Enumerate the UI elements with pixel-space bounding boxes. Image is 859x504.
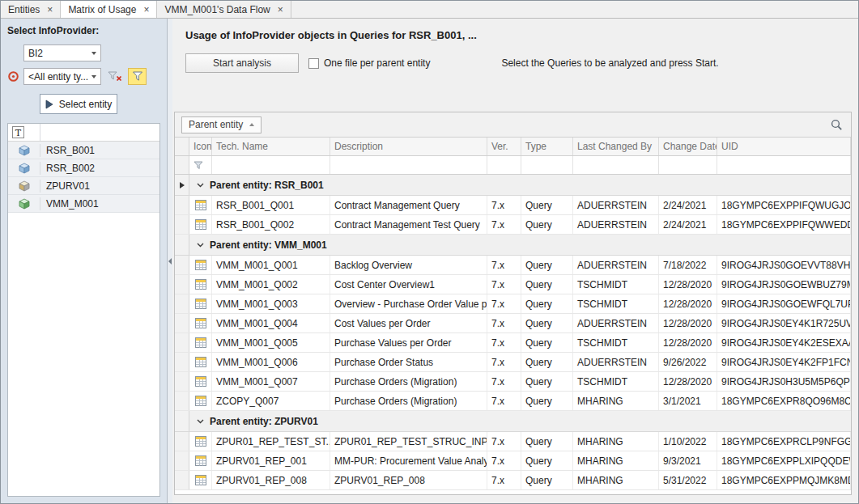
column-header-row: IconTech. NameDescriptionVer.TypeLast Ch… [175, 138, 851, 156]
select-entity-button[interactable]: Select entity [40, 94, 117, 114]
query-icon [195, 219, 206, 230]
cell-uid: 9IROG4JRJS0EY4K2FP1FCN94C [717, 353, 851, 371]
sort-ascending-icon [249, 123, 254, 126]
entity-row-rsr-b002[interactable]: RSR_B002 [8, 159, 159, 177]
tab-matrix-of-usage[interactable]: Matrix of Usage× [61, 1, 157, 18]
filter-indicator-cell [175, 156, 189, 174]
row-indicator-cell [175, 353, 189, 371]
cell-type: Query [521, 275, 573, 294]
tab-close-icon[interactable]: × [143, 5, 149, 15]
filter-cell-tech-name[interactable] [212, 156, 330, 174]
filter-cell-ver[interactable] [487, 156, 521, 174]
cell-ver: 7.x [487, 275, 521, 294]
column-header-tech-name[interactable]: Tech. Name [212, 138, 330, 155]
infoprovider-system-select[interactable]: BI2 [23, 44, 101, 61]
query-icon-cell [189, 256, 212, 274]
group-label: Parent entity: VMM_M001 [210, 239, 327, 251]
cell-description: Purchase Values per Order [330, 333, 487, 352]
filter-cell-uid[interactable] [717, 156, 851, 174]
table-row[interactable]: VMM_M001_Q003Overview - Purchase Order V… [175, 294, 851, 314]
query-icon [195, 357, 206, 367]
filter-cell-change-date[interactable] [659, 156, 717, 174]
cell-tech-name: VMM_M001_Q007 [212, 372, 330, 391]
collapse-chevron-icon[interactable] [197, 183, 204, 188]
filter-cell-icon[interactable] [189, 156, 212, 174]
clear-filter-button[interactable] [105, 68, 124, 85]
group-by-chip[interactable]: Parent entity [181, 116, 262, 133]
cell-ver: 7.x [487, 451, 521, 470]
group-row-parent-entity-rsr-b001[interactable]: Parent entity: RSR_B001 [175, 175, 851, 196]
column-header-change-date[interactable]: Change Date [659, 138, 717, 155]
filter-cell-type[interactable] [521, 156, 573, 174]
table-row[interactable]: ZPURV01_REP_008ZPURV01_REP_0087.xQueryMH… [175, 471, 851, 490]
column-header-ver[interactable]: Ver. [487, 138, 521, 155]
cell-last-changed-by: ADUERRSTEIN [573, 196, 659, 214]
entity-icon-cell [8, 197, 40, 210]
table-row[interactable]: ZPUR01_REP_TEST_ST...ZPUR01_REP_TEST_STR… [175, 432, 851, 451]
edit-filter-button[interactable] [128, 68, 147, 85]
cell-last-changed-by: TSCHMIDT [573, 294, 659, 313]
tab-close-icon[interactable]: × [278, 5, 283, 15]
filter-cell-description[interactable] [330, 156, 487, 174]
table-row[interactable]: ZPURV01_REP_001MM-PUR: Procurement Value… [175, 451, 851, 471]
group-row-parent-entity-vmm-m001[interactable]: Parent entity: VMM_M001 [175, 235, 851, 256]
cell-description: Contract Management Test Query [330, 215, 487, 234]
entity-row-rsr-b001[interactable]: RSR_B001 [8, 142, 159, 159]
row-indicator-cell [175, 175, 189, 195]
search-icon[interactable] [831, 119, 843, 131]
table-row[interactable]: VMM_M001_Q005Purchase Values per Order7.… [175, 333, 851, 353]
indicator-header-cell [175, 138, 189, 155]
table-row[interactable]: RSR_B001_Q001Contract Management Query7.… [175, 196, 851, 215]
column-header-uid[interactable]: UID [717, 138, 851, 155]
cell-change-date: 1/10/2022 [659, 432, 717, 451]
column-header-last-changed-by[interactable]: Last Changed By [573, 138, 659, 155]
table-row[interactable]: ZCOPY_Q007Purchase Orders (Migration)7.x… [175, 392, 851, 411]
entity-type-select[interactable]: <All entity ty... [23, 68, 101, 85]
group-row-parent-entity-zpurv01[interactable]: Parent entity: ZPURV01 [175, 411, 851, 432]
group-row-content: Parent entity: ZPURV01 [189, 411, 851, 431]
start-analysis-button[interactable]: Start analysis [185, 53, 299, 73]
filter-cell-last-changed-by[interactable] [573, 156, 659, 174]
row-indicator-cell [175, 196, 189, 214]
cell-ver: 7.x [487, 353, 521, 371]
cell-tech-name: ZPURV01_REP_008 [212, 471, 330, 489]
entity-list-rows: RSR_B001RSR_B002ZPURV01VMM_M001 [8, 142, 159, 213]
cell-description: Overview - Purchase Order Value per ... [330, 294, 487, 313]
entity-filter-tools: <All entity ty... [7, 68, 160, 85]
table-row[interactable]: VMM_M001_Q004Cost Values per Order7.xQue… [175, 314, 851, 333]
tab-label: Entities [8, 4, 40, 15]
table-row[interactable]: VMM_M001_Q006Purchase Order Status7.xQue… [175, 353, 851, 372]
cell-type: Query [521, 451, 573, 470]
cell-description: Cost Center Overview1 [330, 275, 487, 294]
entity-list-header[interactable]: T [8, 124, 159, 142]
query-icon [195, 475, 206, 485]
entity-name: RSR_B002 [40, 163, 159, 174]
cell-uid: 18GYMPC6EXPPLXIPQQDEWTI... [717, 451, 851, 470]
column-header-type[interactable]: Type [521, 138, 573, 155]
column-header-description[interactable]: Description [330, 138, 487, 155]
one-file-checkbox[interactable] [308, 58, 319, 69]
group-label: Parent entity: ZPURV01 [210, 416, 318, 427]
table-row[interactable]: VMM_M001_Q001Backlog Overview7.xQueryADU… [175, 256, 851, 275]
query-icon-cell [189, 275, 212, 294]
table-row[interactable]: RSR_B001_Q002Contract Management Test Qu… [175, 215, 851, 235]
focused-row-arrow-icon [180, 182, 185, 188]
text-column-icon: T [12, 126, 24, 138]
table-row[interactable]: VMM_M001_Q002Cost Center Overview17.xQue… [175, 275, 851, 294]
collapse-chevron-icon[interactable] [197, 419, 204, 424]
cell-uid: 9IROG4JRJS0GOEWBUZ79ME... [717, 275, 851, 294]
collapse-chevron-icon[interactable] [197, 243, 204, 248]
cell-last-changed-by: ADUERRSTEIN [573, 215, 659, 234]
tab-close-icon[interactable]: × [47, 5, 53, 15]
tab-entities[interactable]: Entities× [1, 1, 61, 18]
tab-vmm-m001-s-data-flow[interactable]: VMM_M001's Data Flow× [157, 1, 291, 18]
entity-row-vmm-m001[interactable]: VMM_M001 [8, 195, 159, 213]
one-file-checkbox-label[interactable]: One file per parent entity [324, 57, 430, 69]
query-icon [195, 279, 206, 290]
entity-row-zpurv01[interactable]: ZPURV01 [8, 177, 159, 195]
cell-tech-name: VMM_M001_Q005 [212, 333, 330, 352]
table-row[interactable]: VMM_M001_Q007Purchase Orders (Migration)… [175, 372, 851, 392]
select-entity-label: Select entity [59, 99, 112, 110]
column-header-icon[interactable]: Icon [189, 138, 212, 155]
tab-label: VMM_M001's Data Flow [164, 4, 270, 15]
